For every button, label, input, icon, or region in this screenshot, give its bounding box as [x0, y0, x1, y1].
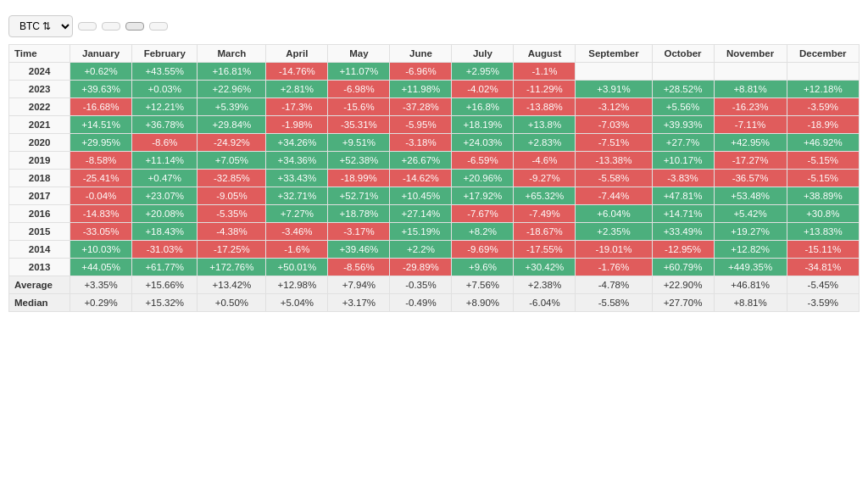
toolbar: BTC ⇅	[8, 15, 860, 37]
weekly-returns-button[interactable]	[102, 22, 120, 31]
return-cell	[576, 63, 652, 81]
return-cell: -25.41%	[70, 170, 132, 187]
return-cell: -17.3%	[266, 98, 328, 116]
median-cell: +3.17%	[328, 294, 390, 312]
return-cell: +61.77%	[132, 259, 198, 276]
return-cell: +23.07%	[132, 187, 198, 205]
return-cell: +10.45%	[390, 187, 452, 205]
median-row: Median+0.29%+15.32%+0.50%+5.04%+3.17%-0.…	[9, 294, 860, 312]
return-cell: -4.02%	[452, 81, 514, 98]
monthly-returns-button[interactable]	[125, 22, 144, 31]
table-row: 2016-14.83%+20.08%-5.35%+7.27%+18.78%+27…	[9, 205, 860, 223]
return-cell: -35.31%	[328, 116, 390, 134]
table-row: 2017-0.04%+23.07%-9.05%+32.71%+52.71%+10…	[9, 187, 860, 205]
return-cell: +10.03%	[70, 241, 132, 259]
return-cell: -14.62%	[390, 170, 452, 187]
median-cell: +8.90%	[452, 294, 514, 312]
return-cell: +13.83%	[787, 223, 859, 241]
return-cell: -34.81%	[787, 259, 859, 276]
return-cell: -1.1%	[514, 63, 576, 81]
return-cell: +19.27%	[714, 223, 787, 241]
return-cell: -17.27%	[714, 152, 787, 170]
table-row: 2024+0.62%+43.55%+16.81%-14.76%+11.07%-6…	[9, 63, 860, 81]
average-label: Average	[9, 276, 70, 294]
return-cell: -15.6%	[328, 98, 390, 116]
return-cell: +46.92%	[787, 134, 859, 152]
return-cell: +12.18%	[787, 81, 859, 98]
btc-selector[interactable]: BTC ⇅	[8, 15, 73, 37]
return-cell: -6.98%	[328, 81, 390, 98]
return-cell: +12.21%	[132, 98, 198, 116]
table-row: 2022-16.68%+12.21%+5.39%-17.3%-15.6%-37.…	[9, 98, 860, 116]
return-cell: +50.01%	[266, 259, 328, 276]
return-cell: -19.01%	[576, 241, 652, 259]
return-cell: +28.52%	[652, 81, 714, 98]
return-cell: -7.44%	[576, 187, 652, 205]
return-cell: +0.47%	[132, 170, 198, 187]
quarterly-returns-button[interactable]	[149, 22, 168, 31]
return-cell: +2.35%	[576, 223, 652, 241]
return-cell: -29.89%	[390, 259, 452, 276]
return-cell: +2.2%	[390, 241, 452, 259]
average-row: Average+3.35%+15.66%+13.42%+12.98%+7.94%…	[9, 276, 860, 294]
return-cell: -24.92%	[198, 134, 266, 152]
return-cell: -9.27%	[514, 170, 576, 187]
average-cell: +22.90%	[652, 276, 714, 294]
return-cell: +2.95%	[452, 63, 514, 81]
year-cell: 2019	[9, 152, 70, 170]
average-cell: +12.98%	[266, 276, 328, 294]
average-cell: -0.35%	[390, 276, 452, 294]
return-cell: +39.93%	[652, 116, 714, 134]
return-cell: -13.38%	[576, 152, 652, 170]
year-cell: 2017	[9, 187, 70, 205]
returns-table-wrap: TimeJanuaryFebruaryMarchAprilMayJuneJuly…	[8, 44, 860, 312]
return-cell: +39.63%	[70, 81, 132, 98]
return-cell: +42.95%	[714, 134, 787, 152]
return-cell: -4.6%	[514, 152, 576, 170]
average-cell: +13.42%	[198, 276, 266, 294]
return-cell: -3.12%	[576, 98, 652, 116]
return-cell: -16.68%	[70, 98, 132, 116]
return-cell: +7.27%	[266, 205, 328, 223]
return-cell: +18.19%	[452, 116, 514, 134]
median-cell: -5.58%	[576, 294, 652, 312]
daily-returns-button[interactable]	[78, 22, 97, 31]
return-cell: -18.99%	[328, 170, 390, 187]
return-cell: +32.71%	[266, 187, 328, 205]
return-cell: +11.98%	[390, 81, 452, 98]
return-cell: -6.59%	[452, 152, 514, 170]
return-cell: +15.19%	[390, 223, 452, 241]
median-cell: -0.49%	[390, 294, 452, 312]
return-cell: -5.35%	[198, 205, 266, 223]
returns-table: TimeJanuaryFebruaryMarchAprilMayJuneJuly…	[8, 44, 860, 312]
return-cell: +3.91%	[576, 81, 652, 98]
return-cell: +30.42%	[514, 259, 576, 276]
return-cell: -7.51%	[576, 134, 652, 152]
year-cell: 2018	[9, 170, 70, 187]
return-cell: -36.57%	[714, 170, 787, 187]
return-cell: -3.46%	[266, 223, 328, 241]
median-cell: -6.04%	[514, 294, 576, 312]
return-cell: +26.67%	[390, 152, 452, 170]
return-cell: +449.35%	[714, 259, 787, 276]
return-cell: +7.05%	[198, 152, 266, 170]
return-cell: -5.15%	[787, 152, 859, 170]
table-row: 2021+14.51%+36.78%+29.84%-1.98%-35.31%-5…	[9, 116, 860, 134]
month-header-march: March	[198, 45, 266, 63]
return-cell: +39.46%	[328, 241, 390, 259]
return-cell: -6.96%	[390, 63, 452, 81]
return-cell: +11.14%	[132, 152, 198, 170]
median-label: Median	[9, 294, 70, 312]
return-cell: +12.82%	[714, 241, 787, 259]
return-cell: +6.04%	[576, 205, 652, 223]
return-cell: -15.11%	[787, 241, 859, 259]
return-cell: +9.6%	[452, 259, 514, 276]
month-header-october: October	[652, 45, 714, 63]
average-cell: +15.66%	[132, 276, 198, 294]
return-cell: +44.05%	[70, 259, 132, 276]
return-cell: -9.69%	[452, 241, 514, 259]
median-cell: +15.32%	[132, 294, 198, 312]
return-cell: +8.81%	[714, 81, 787, 98]
average-cell: +2.38%	[514, 276, 576, 294]
return-cell: +2.83%	[514, 134, 576, 152]
